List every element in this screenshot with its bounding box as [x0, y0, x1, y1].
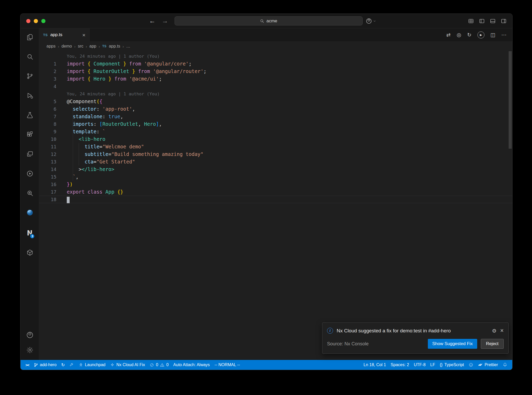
code-line[interactable]: 14 ></lib-hero> — [39, 166, 512, 173]
show-suggested-fix-button[interactable]: Show Suggested Fix — [428, 339, 477, 349]
breadcrumb-item-src[interactable]: src — [78, 44, 83, 49]
forward-icon[interactable]: → — [162, 17, 168, 25]
line-number[interactable]: 2 — [39, 68, 56, 75]
line-number[interactable]: 1 — [39, 60, 56, 68]
toggle-blame-icon[interactable]: ◎ — [457, 32, 461, 38]
notification-settings-icon[interactable]: ⚙ — [492, 328, 497, 334]
breadcrumb-item-symbol[interactable]: … — [126, 44, 130, 49]
notifications-bell-item[interactable] — [500, 360, 510, 370]
breadcrumb-item-app[interactable]: app — [89, 44, 96, 49]
code-line[interactable]: 6 selector: 'app-root', — [39, 105, 512, 113]
run-file-button[interactable]: ▶ — [477, 31, 484, 38]
reject-button[interactable]: Reject — [481, 339, 504, 349]
close-window-button[interactable] — [26, 19, 30, 23]
code-line[interactable]: 3import { Hero } from '@acme/ui'; — [39, 75, 512, 83]
line-number[interactable]: 14 — [39, 166, 56, 173]
code-line[interactable]: 2import { RouterOutlet } from '@angular/… — [39, 68, 512, 75]
explorer-icon[interactable] — [26, 34, 34, 41]
code-line[interactable]: 16}) — [39, 181, 512, 188]
history-navigation: ← → — [149, 17, 168, 25]
code-line[interactable]: 5@Component({ — [39, 98, 512, 105]
line-number[interactable]: 6 — [39, 105, 56, 113]
indentation-item[interactable]: Spaces: 2 — [388, 360, 411, 370]
customize-layout-icon[interactable] — [468, 18, 474, 24]
branch-item[interactable]: add-hero — [31, 360, 59, 370]
rerun-task-icon[interactable]: ↻ — [467, 32, 471, 38]
sync-item[interactable]: ↻ — [59, 360, 67, 370]
testing-icon[interactable] — [26, 111, 34, 119]
feedback-item[interactable] — [466, 360, 476, 370]
nx-cloud-fix-item[interactable]: Nx Cloud AI Fix — [108, 360, 147, 370]
run-and-debug-icon[interactable] — [26, 92, 34, 99]
code-line[interactable]: 13 cta="Get Started" — [39, 158, 512, 166]
more-actions-icon[interactable]: ⋯ — [501, 32, 507, 38]
line-number[interactable]: 9 — [39, 128, 56, 135]
breadcrumb-item-demo[interactable]: demo — [62, 44, 72, 49]
minimize-window-button[interactable] — [34, 19, 38, 23]
breadcrumb-item-apps[interactable]: apps — [46, 44, 56, 49]
command-center-search[interactable]: acme — [175, 16, 363, 25]
code-line[interactable]: 17export class App {} — [39, 188, 512, 196]
prettier-item[interactable]: ✔✔ Prettier — [476, 360, 500, 370]
code-line[interactable]: 7 standalone: true, — [39, 113, 512, 120]
edge-tools-icon[interactable] — [26, 209, 34, 217]
toggle-secondary-sidebar-icon[interactable] — [501, 18, 507, 24]
line-number[interactable]: 11 — [39, 143, 56, 150]
nx-console-icon[interactable]: N 3 — [27, 229, 33, 237]
line-number[interactable]: 3 — [39, 75, 56, 83]
remote-indicator[interactable]: >< — [23, 360, 31, 370]
accounts-menu[interactable] — [366, 18, 376, 24]
source-control-icon[interactable] — [26, 73, 34, 80]
extensions-icon[interactable] — [26, 131, 34, 138]
remote-explorer-icon[interactable] — [26, 150, 34, 158]
symbol-search-icon[interactable] — [26, 189, 34, 197]
maximize-window-button[interactable] — [41, 19, 45, 23]
problems-item[interactable]: 0 0 — [147, 360, 171, 370]
code-line[interactable]: 10 <lib-hero — [39, 135, 512, 143]
code-line[interactable]: 15 `, — [39, 173, 512, 181]
line-number[interactable]: 17 — [39, 188, 56, 196]
breadcrumb-item-file[interactable]: app.ts — [109, 44, 120, 49]
accounts-icon[interactable] — [26, 331, 34, 339]
containers-icon[interactable] — [26, 249, 34, 256]
line-number[interactable]: 8 — [39, 120, 56, 128]
eol-item[interactable]: LF — [428, 360, 437, 370]
cursor-position-item[interactable]: Ln 18, Col 1 — [361, 360, 388, 370]
line-number[interactable]: 12 — [39, 150, 56, 158]
code-line[interactable]: 18 — [39, 196, 512, 203]
scrollbar-thumb[interactable] — [509, 51, 512, 149]
code-line[interactable]: 11 title="Welcmoe demo" — [39, 143, 512, 150]
encoding-item[interactable]: UTF-8 — [411, 360, 428, 370]
line-number[interactable]: 15 — [39, 173, 56, 181]
code-line[interactable]: 8 imports: [RouterOutlet, Hero], — [39, 120, 512, 128]
vim-mode-item[interactable]: -- NORMAL -- — [212, 360, 242, 370]
back-icon[interactable]: ← — [149, 17, 156, 25]
bell-icon — [503, 363, 507, 367]
toggle-primary-sidebar-icon[interactable] — [479, 18, 485, 24]
auto-attach-item[interactable]: Auto Attach: Always — [171, 360, 212, 370]
notification-close-icon[interactable]: × — [500, 327, 504, 334]
line-number[interactable]: 13 — [39, 158, 56, 166]
launchpad-item[interactable]: Launchpad — [76, 360, 108, 370]
line-number[interactable]: 10 — [39, 135, 56, 143]
open-changes-icon[interactable]: ⇄ — [446, 32, 451, 38]
line-number[interactable]: 16 — [39, 181, 56, 188]
split-editor-icon[interactable]: ◫ — [490, 32, 495, 38]
toggle-panel-icon[interactable] — [490, 18, 496, 24]
line-number[interactable]: 7 — [39, 113, 56, 120]
search-view-icon[interactable] — [26, 53, 34, 60]
close-tab-icon[interactable]: × — [82, 32, 85, 38]
code-line[interactable]: 9 template: ` — [39, 128, 512, 135]
code-editor[interactable]: You, 24 minutes ago | 1 author (You)1imp… — [39, 51, 512, 360]
code-line[interactable]: 4 — [39, 83, 512, 90]
line-number[interactable]: 5 — [39, 98, 56, 105]
tools-item[interactable] — [67, 360, 76, 370]
play-circle-icon[interactable] — [26, 170, 34, 177]
code-line[interactable]: 1import { Component } from '@angular/cor… — [39, 60, 512, 68]
code-line[interactable]: 12 subtitle="Build something amazing tod… — [39, 150, 512, 158]
language-mode-item[interactable]: {} TypeScript — [437, 360, 466, 370]
settings-gear-icon[interactable] — [26, 346, 34, 354]
line-number[interactable]: 18 — [39, 196, 56, 203]
tab-app-ts[interactable]: TS app.ts × — [39, 28, 90, 41]
line-number[interactable]: 4 — [39, 83, 56, 90]
